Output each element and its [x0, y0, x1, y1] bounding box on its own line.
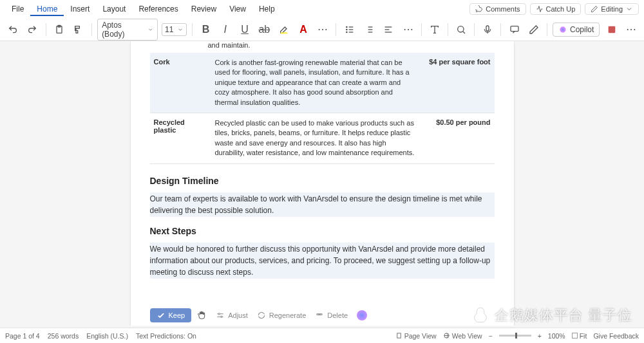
- redo-button[interactable]: [24, 21, 40, 38]
- underline-button[interactable]: U: [237, 21, 252, 38]
- svg-point-4: [346, 29, 346, 30]
- svg-line-15: [463, 31, 465, 33]
- page-view-button[interactable]: Page View: [395, 332, 437, 340]
- zoom-in-button[interactable]: +: [538, 332, 542, 340]
- comment-icon: [475, 5, 483, 13]
- status-words[interactable]: 256 words: [48, 332, 79, 340]
- keep-button[interactable]: Keep: [150, 308, 192, 322]
- menu-home[interactable]: Home: [30, 2, 64, 16]
- designer-button[interactable]: [603, 21, 619, 38]
- menu-view[interactable]: View: [223, 2, 252, 16]
- font-family-value: Aptos (Body): [102, 21, 144, 39]
- bold-button[interactable]: B: [198, 21, 213, 38]
- fragment-text: and maintain.: [208, 41, 495, 53]
- fit-icon: [572, 333, 578, 338]
- svg-point-6: [346, 32, 346, 32]
- materials-table: Cork Cork is another fast-growing renewa…: [150, 53, 495, 164]
- svg-point-22: [218, 313, 220, 314]
- menu-layout[interactable]: Layout: [96, 2, 132, 16]
- adjust-label: Adjust: [228, 311, 248, 319]
- menu-review[interactable]: Review: [185, 2, 223, 16]
- menu-file[interactable]: File: [5, 2, 30, 16]
- more-ribbon-button[interactable]: ⋯: [623, 21, 639, 38]
- zoom-slider[interactable]: [499, 335, 531, 337]
- chevron-down-icon: [177, 26, 184, 33]
- page-view-icon: [395, 332, 402, 339]
- numbering-button[interactable]: [361, 21, 377, 38]
- refresh-icon: [257, 311, 266, 320]
- material-price: $4 per square foot: [421, 53, 495, 113]
- italic-button[interactable]: I: [218, 21, 233, 38]
- strikethrough-button[interactable]: ab: [256, 21, 272, 38]
- regenerate-button[interactable]: Regenerate: [257, 311, 307, 320]
- format-painter-button[interactable]: [71, 21, 86, 38]
- zoom-value[interactable]: 100%: [548, 332, 565, 340]
- catchup-button[interactable]: Catch Up: [530, 3, 582, 15]
- heading-next-steps: Next Steps: [150, 226, 495, 236]
- material-name: Recycled plastic: [150, 113, 211, 163]
- more-paragraph-button[interactable]: ⋯: [400, 21, 415, 38]
- bullets-button[interactable]: [341, 21, 357, 38]
- font-family-select[interactable]: Aptos (Body): [97, 19, 158, 41]
- menu-help[interactable]: Help: [252, 2, 281, 16]
- ai-badge-icon: [357, 310, 367, 320]
- menu-insert[interactable]: Insert: [64, 2, 96, 16]
- svg-point-18: [560, 26, 565, 32]
- font-color-button[interactable]: A: [296, 21, 311, 38]
- track-changes-button[interactable]: [526, 21, 542, 38]
- check-icon: [156, 311, 166, 320]
- chevron-down-icon: [625, 5, 633, 13]
- more-font-button[interactable]: ⋯: [315, 21, 330, 38]
- styles-button[interactable]: [427, 21, 442, 38]
- editing-label: Editing: [601, 5, 623, 13]
- status-bar: Page 1 of 4 256 words English (U.S.) Tex…: [0, 328, 644, 343]
- font-size-value: 11: [165, 25, 173, 34]
- fit-label: Fit: [580, 332, 587, 340]
- web-view-icon: [443, 332, 450, 339]
- svg-rect-19: [608, 26, 615, 33]
- svg-rect-17: [511, 26, 518, 31]
- copilot-button[interactable]: Copilot: [553, 23, 600, 37]
- sliders-icon: [216, 311, 225, 320]
- material-desc: Recycled plastic can be used to make var…: [211, 113, 421, 163]
- svg-point-14: [458, 26, 464, 32]
- align-button[interactable]: [381, 21, 396, 38]
- copilot-label: Copilot: [570, 25, 594, 34]
- fit-button[interactable]: Fit: [572, 332, 587, 340]
- delete-button[interactable]: Delete: [315, 311, 348, 320]
- highlight-button[interactable]: [276, 21, 292, 38]
- material-price: $0.50 per pound: [421, 113, 495, 163]
- document-canvas[interactable]: and maintain. Cork Cork is another fast-…: [0, 41, 644, 326]
- ai-suggestion-bar: Keep Adjust Regenerate Delete: [150, 304, 495, 326]
- ribbon-toolbar: Aptos (Body) 11 B I U ab A ⋯ ⋯ Copilot ⋯: [0, 18, 644, 41]
- status-page[interactable]: Page 1 of 4: [5, 332, 40, 340]
- comments-button[interactable]: Comments: [469, 3, 526, 15]
- paste-button[interactable]: [52, 21, 67, 38]
- add-comment-button[interactable]: [506, 21, 522, 38]
- adjust-button[interactable]: Adjust: [216, 311, 248, 320]
- find-button[interactable]: [453, 21, 469, 38]
- status-predictions[interactable]: Text Predictions: On: [136, 332, 196, 340]
- heading-design-timeline: Design Timeline: [150, 176, 495, 186]
- pencil-icon: [591, 5, 598, 13]
- zoom-out-button[interactable]: −: [489, 332, 493, 340]
- chevron-down-icon: [147, 26, 153, 33]
- dictate-button[interactable]: [480, 21, 495, 38]
- cursor-hand-icon: [196, 310, 207, 320]
- undo-button[interactable]: [5, 21, 21, 38]
- editing-mode-button[interactable]: Editing: [585, 3, 639, 15]
- keep-label: Keep: [169, 311, 185, 319]
- table-row: Recycled plastic Recycled plastic can be…: [150, 113, 495, 163]
- status-language[interactable]: English (U.S.): [86, 332, 128, 340]
- catchup-label: Catch Up: [546, 5, 576, 13]
- font-size-select[interactable]: 11: [162, 23, 187, 36]
- delete-label: Delete: [327, 311, 348, 319]
- menu-references[interactable]: References: [132, 2, 184, 16]
- page-view-label: Page View: [404, 332, 437, 340]
- comments-label: Comments: [486, 5, 520, 13]
- catchup-icon: [536, 5, 544, 13]
- document-page: and maintain. Cork Cork is another fast-…: [131, 41, 514, 326]
- web-view-button[interactable]: Web View: [443, 332, 482, 340]
- table-row: Cork Cork is another fast-growing renewa…: [150, 53, 495, 113]
- feedback-button[interactable]: Give Feedback: [593, 332, 639, 340]
